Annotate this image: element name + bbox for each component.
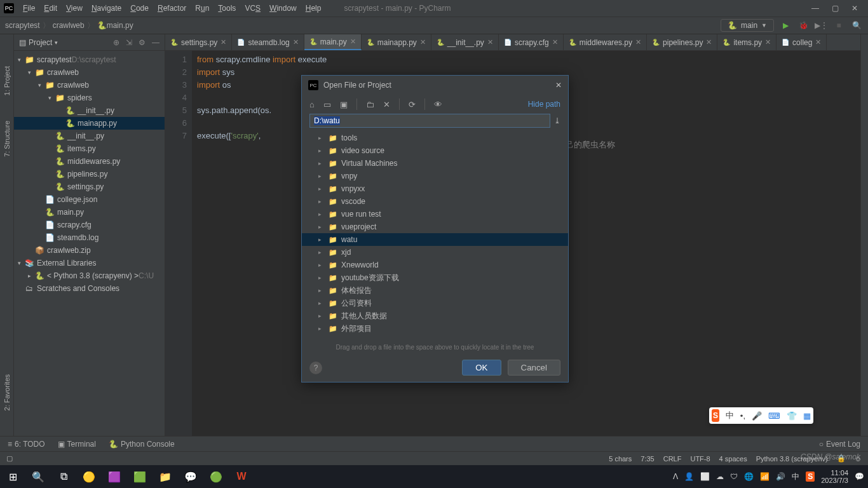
menu-edit[interactable]: Edit — [40, 2, 61, 15]
event-log-tool[interactable]: ○ Event Log — [819, 440, 860, 449]
menu-refactor[interactable]: Refactor — [154, 2, 190, 15]
tab-close-icon[interactable]: ✕ — [293, 38, 299, 46]
volume-icon[interactable]: 🔊 — [776, 472, 785, 481]
folder-item[interactable]: ▸📁vnpyxx — [302, 182, 568, 195]
intellij-icon[interactable]: 🟪 — [105, 468, 123, 485]
hide-path-link[interactable]: Hide path — [528, 100, 560, 109]
tool-structure[interactable]: 7: Structure — [3, 121, 11, 157]
ime-voice-icon[interactable]: 🎤 — [752, 411, 762, 421]
wifi-icon[interactable]: 📶 — [760, 472, 770, 481]
folder-item[interactable]: ▸📁外部项目 — [302, 322, 568, 335]
taskbar-clock[interactable]: 11:04 2023/7/3 — [821, 469, 848, 484]
apply-path-icon[interactable]: ⤓ — [554, 116, 560, 125]
menu-navigate[interactable]: Navigate — [88, 2, 125, 15]
tree-item[interactable]: 📄steamdb.log — [14, 231, 165, 244]
minimize-button[interactable]: — — [811, 4, 819, 13]
new-folder-icon[interactable]: 🗀 — [366, 100, 374, 109]
folder-item[interactable]: ▸📁vnpy — [302, 170, 568, 182]
editor-tab[interactable]: 🐍middlewares.py✕ — [564, 34, 647, 50]
folder-tree[interactable]: ▸📁tools▸📁video source▸📁Virtual Machines▸… — [302, 132, 568, 341]
project-icon[interactable]: ▣ — [340, 100, 348, 109]
notifications-icon[interactable]: 💬 — [855, 472, 864, 481]
folder-item[interactable]: ▸📁video source — [302, 144, 568, 157]
editor-tab[interactable]: 📄scrapy.cfg✕ — [499, 34, 564, 50]
tab-close-icon[interactable]: ✕ — [350, 37, 356, 46]
menu-vcs[interactable]: VCS — [241, 2, 264, 15]
sogou-tray-icon[interactable]: S — [806, 471, 815, 482]
tree-item[interactable]: 🐍__init__.py — [14, 104, 165, 117]
folder-item[interactable]: ▸📁youtube资源下载 — [302, 271, 568, 284]
tree-item[interactable]: 📁crawlweb — [14, 66, 165, 79]
maximize-button[interactable]: ▢ — [832, 4, 839, 13]
status-indent[interactable]: 4 spaces — [719, 455, 747, 463]
tree-item[interactable]: 📄college.json — [14, 193, 165, 206]
run-button[interactable]: ▶ — [779, 21, 792, 30]
ime-skin-icon[interactable]: 👕 — [787, 411, 797, 421]
status-lineending[interactable]: CRLF — [663, 455, 682, 463]
tray-overflow-icon[interactable]: ᐱ — [673, 472, 678, 481]
tree-item[interactable]: 🗂Scratches and Consoles — [14, 282, 165, 295]
debug-button[interactable]: 🐞 — [797, 21, 810, 30]
tree-item[interactable]: 🐍mainapp.py — [14, 117, 165, 130]
folder-item[interactable]: ▸📁体检报告 — [302, 284, 568, 297]
status-encoding[interactable]: UTF-8 — [690, 455, 710, 463]
tree-item[interactable]: 🐍settings.py — [14, 180, 165, 193]
search-icon[interactable]: 🔍 — [850, 21, 863, 30]
tree-item[interactable]: 📚External Libraries — [14, 257, 165, 269]
tree-item[interactable]: 🐍pipelines.py — [14, 168, 165, 180]
scroll-from-source-icon[interactable]: ⊕ — [113, 38, 119, 47]
path-input[interactable] — [309, 114, 550, 128]
help-button[interactable]: ? — [309, 362, 322, 374]
collapse-all-icon[interactable]: ⇲ — [126, 38, 132, 47]
tree-item[interactable]: 🐍main.py — [14, 206, 165, 219]
task-view-button[interactable]: ⧉ — [55, 468, 72, 485]
editor-tab[interactable]: 🐍pipelines.py✕ — [647, 34, 717, 50]
statusbar-icon[interactable]: ▢ — [6, 454, 13, 463]
home-icon[interactable]: ⌂ — [309, 100, 315, 109]
python-console-tool[interactable]: 🐍 Python Console — [109, 440, 175, 449]
tab-close-icon[interactable]: ✕ — [552, 38, 558, 46]
tree-item[interactable]: 🐍items.py — [14, 142, 165, 155]
editor-tab[interactable]: 🐍settings.py✕ — [165, 34, 232, 50]
tab-close-icon[interactable]: ✕ — [765, 38, 771, 46]
tree-item[interactable]: 📁spiders — [14, 92, 165, 104]
menu-tools[interactable]: Tools — [214, 2, 240, 15]
editor-tab[interactable]: 📄colleg✕ — [776, 34, 827, 50]
wechat-icon[interactable]: 💬 — [182, 468, 200, 485]
chrome-icon[interactable]: 🟡 — [80, 468, 98, 485]
ime-menu-icon[interactable]: ▦ — [803, 411, 811, 421]
network-icon[interactable]: 🌐 — [744, 472, 754, 481]
editor-tab[interactable]: 🐍mainapp.py✕ — [362, 34, 431, 50]
explorer-icon[interactable]: 📁 — [156, 468, 174, 485]
folder-item[interactable]: ▸📁Virtual Machines — [302, 157, 568, 170]
tree-item[interactable]: 🐍__init__.py — [14, 130, 165, 142]
tab-close-icon[interactable]: ✕ — [420, 38, 426, 46]
delete-icon[interactable]: ✕ — [383, 100, 390, 109]
run-coverage-button[interactable]: ▶⋮ — [815, 21, 827, 30]
dialog-close-button[interactable]: ✕ — [555, 81, 562, 90]
menu-run[interactable]: Run — [191, 2, 213, 15]
tree-item[interactable]: 🐍middlewares.py — [14, 155, 165, 168]
ime-indicator[interactable]: 中 — [792, 471, 799, 482]
menu-help[interactable]: Help — [302, 2, 325, 15]
run-config-selector[interactable]: 🐍 main ▼ — [721, 19, 774, 32]
breadcrumb-root[interactable]: scrapytest — [5, 21, 40, 30]
search-button[interactable]: 🔍 — [29, 468, 47, 485]
tab-close-icon[interactable]: ✕ — [487, 38, 493, 46]
tool-favorites[interactable]: 2: Favorites — [3, 374, 11, 410]
menu-window[interactable]: Window — [266, 2, 301, 15]
pycharm-icon[interactable]: 🟩 — [131, 468, 149, 485]
app-icon[interactable]: 🟢 — [207, 468, 225, 485]
ok-button[interactable]: OK — [462, 360, 501, 376]
folder-item[interactable]: ▸📁其他人员数据 — [302, 309, 568, 322]
menu-code[interactable]: Code — [126, 2, 153, 15]
ime-toolbar[interactable]: S 中 •, 🎤 ⌨ 👕 ▦ — [709, 407, 813, 424]
editor-tab[interactable]: 🐍items.py✕ — [717, 34, 776, 50]
tab-close-icon[interactable]: ✕ — [706, 38, 712, 46]
terminal-tool[interactable]: ▣ Terminal — [58, 440, 96, 449]
project-tree[interactable]: 📁scrapytest D:\scrapytest📁crawlweb📁crawl… — [14, 51, 165, 297]
tab-close-icon[interactable]: ✕ — [815, 38, 821, 46]
breadcrumb-folder[interactable]: crawlweb — [53, 21, 85, 30]
tray-app-icon[interactable]: ⬜ — [700, 472, 710, 481]
status-position[interactable]: 7:35 — [641, 455, 654, 463]
